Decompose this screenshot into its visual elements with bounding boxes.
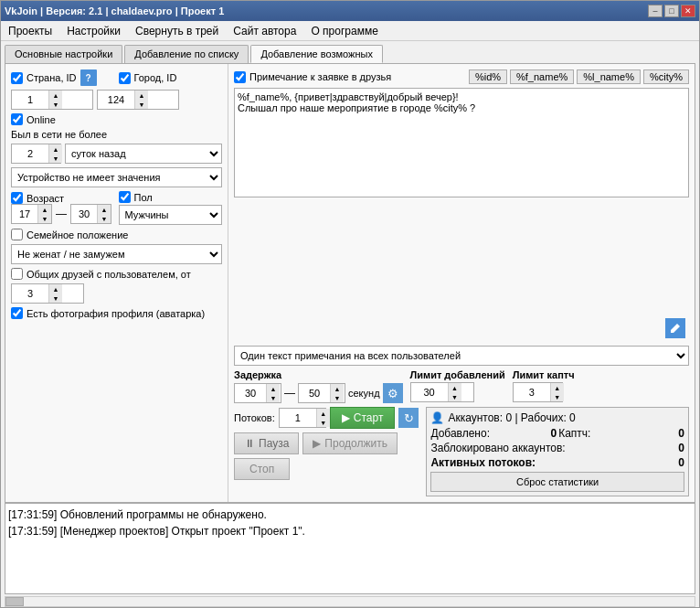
gender-select[interactable]: Мужчины Женщины Любой bbox=[119, 205, 223, 225]
last-seen-spinner[interactable]: ▲ ▼ bbox=[11, 144, 61, 164]
country-question-btn[interactable]: ? bbox=[80, 69, 97, 86]
age-to-up[interactable]: ▲ bbox=[98, 205, 111, 214]
stop-row: Стоп bbox=[234, 458, 419, 480]
threads-input[interactable] bbox=[280, 409, 316, 427]
country-spin-down[interactable]: ▼ bbox=[49, 100, 62, 109]
limit-spinner[interactable]: ▲ ▼ bbox=[410, 382, 474, 402]
edit-note-btn[interactable] bbox=[665, 318, 685, 338]
delay-from-spinner[interactable]: ▲ ▼ bbox=[234, 383, 281, 403]
age-from-up[interactable]: ▲ bbox=[38, 205, 51, 214]
delay-from-up[interactable]: ▲ bbox=[267, 384, 280, 393]
age-from-down[interactable]: ▼ bbox=[38, 214, 51, 223]
btn-fname[interactable]: %f_name% bbox=[510, 69, 574, 84]
family-select[interactable]: Не женат / не замужем bbox=[11, 244, 222, 264]
friends-spin-down[interactable]: ▼ bbox=[49, 293, 62, 303]
menu-settings[interactable]: Настройки bbox=[59, 21, 128, 40]
family-checkbox[interactable] bbox=[11, 229, 23, 240]
continue-button[interactable]: ▶ Продолжить bbox=[302, 432, 398, 454]
age-gender-row: Возраст ▲ ▼ — bbox=[11, 191, 222, 225]
captcha-up[interactable]: ▲ bbox=[551, 383, 564, 392]
age-from-spinner[interactable]: ▲ ▼ bbox=[11, 204, 52, 224]
age-to-spinner[interactable]: ▲ ▼ bbox=[70, 204, 111, 224]
user-icon: 👤 bbox=[430, 411, 444, 424]
friends-input[interactable] bbox=[12, 284, 48, 303]
scroll-thumb[interactable] bbox=[5, 597, 24, 606]
menu-tray[interactable]: Свернуть в трей bbox=[128, 21, 226, 40]
city-input[interactable] bbox=[98, 91, 134, 109]
delay-from-input[interactable] bbox=[235, 384, 266, 402]
last-seen-spinner-btns: ▲ ▼ bbox=[48, 144, 62, 163]
horizontal-scrollbar[interactable] bbox=[5, 596, 695, 607]
threads-up[interactable]: ▲ bbox=[317, 409, 330, 418]
menu-projects[interactable]: Проекты bbox=[1, 21, 59, 40]
maximize-button[interactable]: □ bbox=[664, 5, 679, 17]
country-checkbox[interactable] bbox=[11, 72, 23, 84]
note-checkbox[interactable] bbox=[234, 71, 246, 83]
limit-input[interactable] bbox=[411, 383, 448, 401]
country-spinner[interactable]: ▲ ▼ bbox=[11, 90, 93, 110]
note-textarea[interactable]: %f_name%, {привет|здравствуй|добрый вече… bbox=[234, 88, 689, 197]
friends-checkbox[interactable] bbox=[11, 268, 23, 280]
age-to-input[interactable] bbox=[71, 205, 97, 223]
family-row: Семейное положение bbox=[11, 229, 222, 240]
age-to-down[interactable]: ▼ bbox=[98, 214, 111, 223]
city-checkbox[interactable] bbox=[119, 72, 131, 84]
gender-checkbox[interactable] bbox=[119, 191, 131, 203]
btn-lname[interactable]: %l_name% bbox=[577, 69, 641, 84]
gear-btn[interactable]: ⚙ bbox=[383, 383, 403, 403]
age-checkbox[interactable] bbox=[11, 192, 23, 204]
city-spin-down[interactable]: ▼ bbox=[135, 100, 148, 109]
friends-row: Общих друзей с пользователем, от bbox=[11, 268, 222, 280]
city-spinner[interactable]: ▲ ▼ bbox=[97, 90, 179, 110]
delay-dash: — bbox=[284, 387, 295, 400]
photo-checkbox[interactable] bbox=[11, 307, 23, 319]
delay-to-down[interactable]: ▼ bbox=[331, 393, 344, 402]
stop-button[interactable]: Стоп bbox=[234, 458, 290, 480]
city-spin-up[interactable]: ▲ bbox=[135, 91, 148, 100]
last-seen-spin-up[interactable]: ▲ bbox=[49, 144, 62, 154]
stats-controls-row: Потоков: ▲ ▼ ▶ Старт ↻ bbox=[234, 407, 689, 496]
minimize-button[interactable]: – bbox=[648, 5, 663, 17]
captcha-input[interactable] bbox=[514, 383, 550, 401]
friends-spin-up[interactable]: ▲ bbox=[49, 284, 62, 293]
delay-label: Задержка bbox=[234, 369, 403, 380]
btn-id[interactable]: %id% bbox=[469, 69, 507, 84]
stats-header: 👤 Аккаунтов: 0 | Рабочих: 0 bbox=[430, 411, 684, 424]
last-seen-unit-select[interactable]: суток назад bbox=[65, 144, 222, 164]
delay-to-input[interactable] bbox=[299, 384, 330, 402]
friends-spinner[interactable]: ▲ ▼ bbox=[11, 283, 84, 304]
menu-site[interactable]: Сайт автора bbox=[226, 21, 303, 40]
start-icon: ▶ bbox=[342, 411, 350, 424]
note-mode-select[interactable]: Один текст примечания на всех пользовате… bbox=[234, 346, 689, 366]
threads-spinner[interactable]: ▲ ▼ bbox=[279, 408, 326, 428]
online-checkbox[interactable] bbox=[11, 113, 23, 125]
pause-button[interactable]: ⏸ Пауза bbox=[234, 432, 299, 454]
start-label: Старт bbox=[354, 411, 384, 424]
country-input[interactable] bbox=[12, 91, 48, 109]
refresh-btn[interactable]: ↻ bbox=[398, 408, 419, 428]
captcha-down[interactable]: ▼ bbox=[551, 392, 564, 401]
threads-down[interactable]: ▼ bbox=[317, 418, 330, 427]
limit-down[interactable]: ▼ bbox=[449, 392, 461, 401]
delay-from-down[interactable]: ▼ bbox=[267, 393, 280, 402]
menu-about[interactable]: О программе bbox=[303, 21, 385, 40]
last-seen-input[interactable] bbox=[12, 144, 48, 163]
age-dash: — bbox=[56, 208, 67, 220]
country-spin-up[interactable]: ▲ bbox=[49, 91, 62, 100]
delay-to-spinner[interactable]: ▲ ▼ bbox=[298, 383, 345, 403]
captcha-spinner[interactable]: ▲ ▼ bbox=[513, 382, 563, 402]
captcha-stat-row: Каптч: 0 bbox=[558, 427, 684, 440]
age-from-input[interactable] bbox=[12, 205, 37, 223]
city-field: Город, ID bbox=[119, 72, 223, 84]
tab-list[interactable]: Добавление по списку bbox=[124, 45, 249, 63]
reset-stats-button[interactable]: Сброс статистики bbox=[430, 472, 684, 492]
tab-possible[interactable]: Добавление возможных bbox=[250, 45, 383, 63]
limit-up[interactable]: ▲ bbox=[449, 383, 461, 392]
device-select[interactable]: Устройство не имеет значения bbox=[11, 167, 222, 187]
delay-to-up[interactable]: ▲ bbox=[331, 384, 344, 393]
last-seen-spin-down[interactable]: ▼ bbox=[49, 154, 62, 163]
start-button[interactable]: ▶ Старт bbox=[330, 407, 396, 429]
close-button[interactable]: ✕ bbox=[681, 5, 695, 17]
tab-basic[interactable]: Основные настройки bbox=[5, 45, 122, 63]
btn-city[interactable]: %city% bbox=[643, 69, 689, 84]
